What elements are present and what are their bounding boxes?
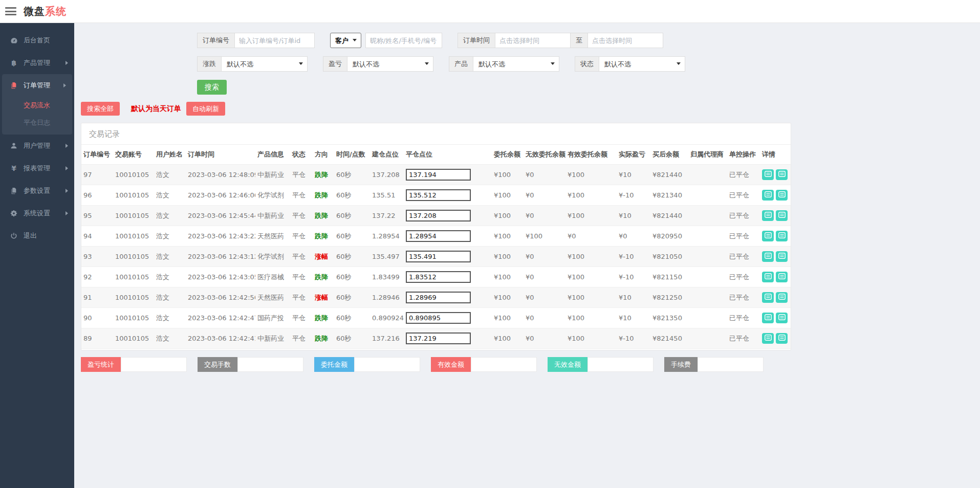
app-title-red: 系统 [45,5,67,17]
cell-user-name: 浩文 [154,185,186,206]
time-start-input[interactable] [495,33,571,48]
order-no-input[interactable] [234,33,315,48]
cell-direction: 涨幅 [313,247,334,267]
cell-entrust-balance: ¥100 [492,226,524,247]
cell-period: 60秒 [334,247,370,267]
valid-amount-value[interactable] [471,357,537,372]
cell-after-balance: ¥821440 [650,206,688,226]
auto-refresh-button[interactable]: 自动刷新 [186,102,225,116]
detail-view-button[interactable] [762,231,774,241]
detail-edit-button[interactable] [776,210,788,221]
time-end-input[interactable] [587,33,663,48]
updown-select[interactable]: 默认不选 [221,56,308,72]
sidebar-item-label: 退出 [24,231,68,240]
valid-amount-button[interactable]: 有效金额 [431,357,471,372]
cell-agent [688,328,727,349]
cell-account: 10010105 [113,287,154,308]
detail-view-button[interactable] [762,190,774,201]
cell-after-balance: ¥821340 [650,185,688,206]
close-point-input[interactable] [406,169,471,181]
cell-detail [760,247,791,267]
column-header: 方向 [313,145,334,165]
close-point-input[interactable] [406,332,471,344]
detail-edit-button[interactable] [776,333,788,344]
sidebar-item-orders[interactable]: 订单管理 [2,74,72,97]
invalid-amount-button[interactable]: 无效金额 [548,357,587,372]
entrust-amount-button[interactable]: 委托金额 [314,357,354,372]
fee-button[interactable]: 手续费 [664,357,698,372]
detail-view-button[interactable] [762,210,774,221]
close-point-input[interactable] [406,251,471,262]
product-select[interactable]: 默认不选 [473,56,559,72]
detail-edit-button[interactable] [776,313,788,323]
detail-view-button[interactable] [762,272,774,282]
list-card-icon [765,212,772,219]
sidebar-item-users[interactable]: 用户管理 [0,135,74,157]
detail-view-button[interactable] [762,251,774,262]
search-button[interactable]: 搜索 [197,80,227,95]
profit-total-button[interactable]: 盈亏统计 [81,357,121,372]
profit-total-value[interactable] [121,357,187,372]
detail-view-button[interactable] [762,333,774,344]
close-point-input[interactable] [406,230,471,242]
detail-edit-button[interactable] [776,231,788,241]
list-card-icon [778,314,786,322]
customer-input[interactable] [365,33,442,48]
cell-direction: 跌降 [313,267,334,287]
detail-edit-button[interactable] [776,190,788,201]
cell-invalid-entrust: ¥0 [524,165,565,185]
detail-edit-button[interactable] [776,251,788,262]
close-point-input[interactable] [406,271,471,283]
cell-account: 10010105 [113,206,154,226]
sidebar-subitem-trade-flow[interactable]: 交易流水 [2,97,72,114]
cell-after-balance: ¥820950 [650,226,688,247]
trade-lots-value[interactable] [237,357,303,372]
profitloss-select[interactable]: 默认不选 [347,56,433,72]
detail-view-button[interactable] [762,292,774,303]
detail-edit-button[interactable] [776,292,788,303]
column-header: 建仓点位 [370,145,404,165]
sidebar-subitem-close-log[interactable]: 平仓日志 [2,114,72,131]
yen-icon: ¥ [8,164,19,172]
detail-edit-button[interactable] [776,272,788,282]
cell-entrust-balance: ¥100 [492,287,524,308]
cell-order-time: 2023-03-06 12:43:22 [186,226,255,247]
cell-control-status: 已平仓 [727,185,760,206]
detail-edit-button[interactable] [776,169,788,180]
sidebar-item-system[interactable]: 系统设置 [0,202,74,225]
detail-view-button[interactable] [762,313,774,323]
sidebar-item-reports[interactable]: ¥报表管理 [0,157,74,180]
status-select[interactable]: 默认不选 [599,56,685,72]
fee-value[interactable] [698,357,764,372]
search-all-button[interactable]: 搜索全部 [81,102,120,116]
trade-lots-button[interactable]: 交易手数 [198,357,237,372]
list-card-icon [778,171,786,179]
sidebar-item-products[interactable]: ฿产品管理 [0,52,74,74]
cell-after-balance: ¥821450 [650,328,688,349]
close-point-input[interactable] [406,210,471,221]
column-header: 订单时间 [186,145,255,165]
entrust-amount-value[interactable] [354,357,420,372]
cell-valid-entrust: ¥0 [565,226,617,247]
cell-control-status: 已平仓 [727,308,760,328]
sidebar-item-logout[interactable]: 退出 [0,225,74,247]
customer-type-select[interactable]: 客户 [330,33,361,48]
close-point-input[interactable] [406,312,471,324]
detail-view-button[interactable] [762,169,774,180]
cell-detail [760,206,791,226]
sidebar-item-home[interactable]: 后台首页 [0,29,74,52]
list-card-icon [765,273,772,281]
close-point-input[interactable] [406,189,471,201]
profit-total-stat: 盈亏统计 [81,357,187,372]
invalid-amount-value[interactable] [587,357,654,372]
cell-open-point: 137.22 [370,206,404,226]
close-point-input[interactable] [406,292,471,303]
cell-close-point [404,267,492,287]
sidebar-item-params[interactable]: 参数设置 [0,180,74,202]
list-card-icon [778,191,786,199]
hamburger-menu-icon[interactable] [5,7,16,15]
cell-period: 60秒 [334,226,370,247]
status-label: 状态 [575,56,599,72]
cell-order-id: 90 [81,308,113,328]
cell-direction: 跌降 [313,165,334,185]
